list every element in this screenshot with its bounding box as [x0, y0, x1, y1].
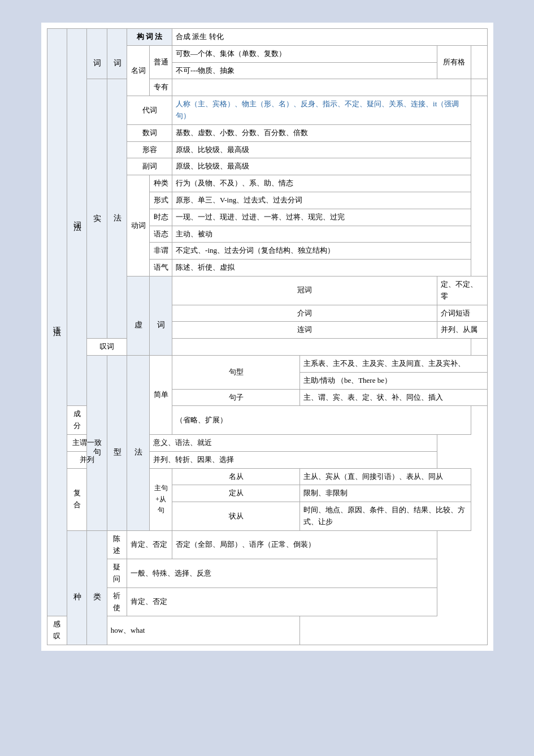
table-row: 实 法 专有 [47, 79, 487, 96]
cell-sentence-pattern-content2: 主助/情动 （be、There be） [300, 372, 487, 389]
cell-verb-nonpred-label: 非谓 [150, 243, 172, 260]
cell-goucifa-label: 构 词 法 [127, 29, 172, 46]
cell-noun-countable: 可数—个体、集体（单数、复数） [172, 45, 437, 62]
cell-declarative-content2: 否定（全部、局部）、语序（正常、倒装） [172, 530, 437, 559]
cell-adv-clause-content: 时间、地点、原因、条件、目的、结果、比较、方式、让步 [300, 502, 471, 531]
cell-word1: 词 [87, 29, 107, 79]
cell-verb-form-label: 形式 [150, 192, 172, 209]
cell-adj-label: 形容 [127, 141, 172, 158]
table-row: 祈使 肯定、否定 [47, 587, 487, 616]
cell-verb-voice-label: 语态 [150, 226, 172, 243]
cell-pronoun-content: 人称（主、宾格）、物主（形、名）、反身、指示、不定、疑问、关系、连接、it（强调… [172, 96, 471, 125]
cell-agreement-label: 主谓一致 [67, 434, 107, 451]
cell-adv-label: 副词 [127, 158, 172, 175]
table-row: 感叹 how、what [47, 616, 487, 645]
cell-adv-clause-label: 状从 [172, 502, 300, 531]
cell-noun-clause-label: 名从 [172, 468, 300, 485]
cell-complex-label: 复合 [67, 468, 86, 530]
cell-verb-mood-content: 陈述、祈使、虚拟 [172, 260, 471, 277]
cell-jufa: 法 [127, 355, 150, 530]
cell-compound-label: 并列 [67, 451, 107, 468]
table-row: 种 类 陈述 肯定、否定 否定（全部、局部）、语序（正常、倒装） [47, 530, 487, 559]
cell-zhong: 种 [67, 530, 86, 645]
cell-article-label: 冠词 [172, 276, 437, 305]
cell-adj-clause-label: 定从 [172, 485, 300, 502]
cell-noun-uncountable: 不可---物质、抽象 [172, 62, 437, 79]
page-wrapper: 语法 词法 词 词 构 词 法 合成 派生 转化 名词 普通 可数—个体、集体（… [41, 23, 493, 651]
cell-goucifa-content: 合成 派生 转化 [172, 29, 487, 46]
cell-lei: 类 [87, 530, 107, 645]
grammar-table: 语法 词法 词 词 构 词 法 合成 派生 转化 名词 普通 可数—个体、集体（… [47, 28, 488, 645]
cell-declarative-label: 陈述 [107, 530, 127, 559]
cell-exclamatory-label: 感叹 [47, 616, 67, 645]
cell-interrogative-label: 疑问 [107, 559, 127, 588]
cell-adv-content: 原级、比较级、最高级 [172, 158, 471, 175]
cell-word2: 词 [107, 29, 127, 79]
cell-verb-mood-label: 语气 [150, 260, 172, 277]
table-row: 叹词 [47, 339, 487, 356]
cell-noun-proper-label: 专有 [150, 79, 172, 96]
cell-agreement-content: 意义、语法、就近 [150, 434, 437, 451]
cell-empty1 [471, 79, 487, 96]
cell-sentence-elements-content: （省略、扩展） [172, 406, 471, 435]
cell-shi: 实 [87, 79, 107, 339]
table-row: 疑问 一般、特殊、选择、反意 [47, 559, 487, 588]
cell-exclamatory-content: how、what [107, 616, 299, 645]
cell-sentence-elements-label: 成分 [67, 406, 86, 435]
cell-adj-content: 原级、比较级、最高级 [172, 141, 471, 158]
cell-interj-label: 叹词 [87, 339, 127, 356]
cell-sentence-pattern-content1: 主系表、主不及、主及宾、主及间直、主及宾补、 [300, 355, 487, 372]
cell-prep-content: 介词短语 [437, 305, 487, 322]
cell-noun-common: 普通 [150, 45, 172, 79]
cell-conj-label: 连词 [172, 322, 437, 339]
cell-adj-clause-content: 限制、非限制 [300, 485, 471, 502]
cell-verb-nonpred-content: 不定式、-ing、过去分词（复合结构、独立结构） [172, 243, 471, 260]
cell-law1: 法 [107, 79, 127, 339]
cell-numeral-content: 基数、虚数、小数、分数、百分数、倍数 [172, 124, 471, 141]
cell-noun-clause-content: 主从、宾从（直、间接引语）、表从、同从 [300, 468, 471, 485]
cell-simple-label: 简单 [150, 355, 172, 434]
cell-ci: 词 [150, 276, 172, 355]
cell-verb-kind-label: 种类 [150, 175, 172, 192]
cell-sentence-pattern-label: 句型 [172, 355, 300, 389]
table-row: 语法 词法 词 词 构 词 法 合成 派生 转化 [47, 29, 487, 46]
cell-compound-content: 并列、转折、因果、选择 [150, 451, 437, 468]
cell-interrogative-content: 一般、特殊、选择、反意 [127, 559, 437, 588]
cell-imperative-content: 肯定、否定 [127, 587, 437, 616]
cell-prep-label: 介词 [172, 305, 437, 322]
cell-imperative-label: 祈使 [107, 587, 127, 616]
cell-declarative-content1: 肯定、否定 [127, 530, 172, 559]
cell-conj-content: 并列、从属 [437, 322, 487, 339]
cell-type: 型 [107, 355, 127, 530]
cell-sentence-component-label: 句子 [172, 389, 300, 406]
cell-noun-proper-content [172, 79, 471, 96]
cell-verb-form-content: 原形、单三、V-ing、过去式、过去分词 [172, 192, 471, 209]
cell-yu: 语法 [47, 29, 67, 616]
cell-numeral-label: 数词 [127, 124, 172, 141]
cell-article-content: 定、不定、零 [437, 276, 487, 305]
cell-verb-voice-content: 主动、被动 [172, 226, 471, 243]
cell-main-sub-label: 主句+从句 [150, 468, 172, 530]
cell-sentence-component-content: 主、谓、宾、表、定、状、补、同位、插入 [300, 389, 487, 406]
cell-verb-tense-label: 时态 [150, 209, 172, 226]
cell-verb-label: 动词 [127, 175, 150, 277]
table-row: 句 型 法 简单 句型 主系表、主不及、主及宾、主及间直、主及宾补、 [47, 355, 487, 372]
cell-verb-tense-content: 一现、一过、现进、过进、一将、过将、现完、过完 [172, 209, 471, 226]
cell-possessive: 所有格 [437, 45, 471, 79]
cell-cifa: 词法 [67, 29, 86, 406]
cell-pronoun-label: 代词 [127, 96, 172, 125]
cell-xu: 虚 [127, 276, 150, 355]
cell-noun-label: 名词 [127, 45, 150, 96]
cell-verb-kind-content: 行为（及物、不及）、系、助、情态 [172, 175, 471, 192]
cell-interj-content [172, 339, 471, 356]
